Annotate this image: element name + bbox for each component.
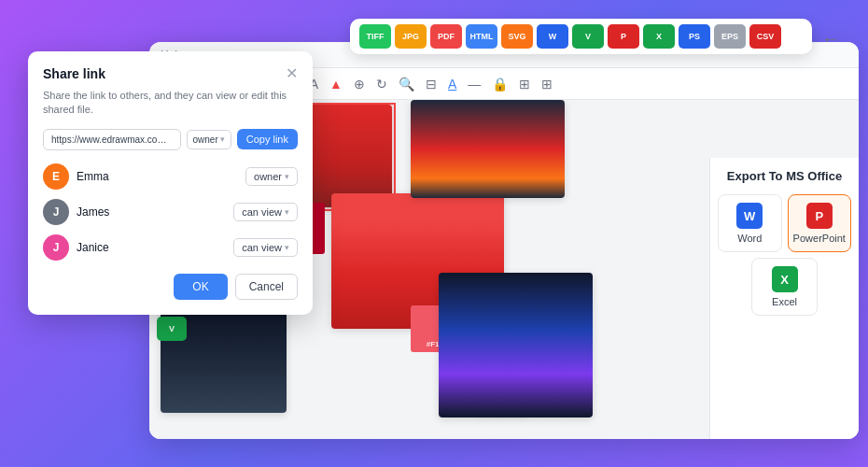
user-row-james: J James can view ▾: [43, 199, 298, 225]
format-ppt[interactable]: P: [608, 24, 639, 49]
link-input-field[interactable]: https://www.edrawmax.com/online/fil...: [43, 129, 181, 150]
export-ppt-label: PowerPoint: [793, 233, 846, 244]
format-svg[interactable]: SVG: [501, 24, 533, 49]
export-excel-icon: X: [772, 266, 798, 292]
photo-concert: [439, 273, 593, 417]
link-url-text: https://www.edrawmax.com/online/fil...: [51, 134, 173, 145]
format-pdf[interactable]: PDF: [430, 24, 462, 49]
user-name-janice: Janice: [77, 241, 233, 254]
link-tool-icon[interactable]: ⊕: [351, 75, 368, 93]
export-word-label: Word: [737, 233, 762, 244]
export-excel-item[interactable]: X Excel: [751, 258, 819, 316]
format-jpg[interactable]: JPG: [395, 24, 427, 49]
link-role-select[interactable]: owner ▾: [187, 130, 231, 149]
format-ps[interactable]: PS: [679, 24, 710, 49]
dialog-header: Share link ✕: [43, 66, 298, 81]
copy-link-button[interactable]: Copy link: [237, 129, 298, 149]
underline-tool-icon[interactable]: A: [445, 75, 459, 93]
ok-button[interactable]: OK: [174, 274, 227, 300]
format-eps[interactable]: EPS: [714, 24, 746, 49]
export-word-icon: W: [736, 203, 763, 229]
user-row-emma: E Emma owner ▾: [43, 163, 298, 190]
user-role-emma-text: owner: [254, 171, 282, 182]
export-powerpoint-item[interactable]: P PowerPoint: [788, 194, 852, 252]
user-name-james: James: [77, 205, 233, 219]
format-visio[interactable]: V: [572, 24, 604, 49]
format-tiff[interactable]: TIFF: [359, 24, 391, 49]
dialog-title: Share link: [43, 66, 105, 81]
user-row-janice: J Janice can view ▾: [43, 234, 298, 261]
link-role-chevron: ▾: [220, 134, 225, 144]
share-dialog: Share link ✕ Share the link to others, a…: [28, 51, 313, 315]
link-role-text: owner: [193, 134, 218, 145]
export-panel-title: Export To MS Office: [718, 169, 851, 183]
fill-tool-icon[interactable]: ▲: [327, 75, 345, 93]
format-html[interactable]: HTML: [466, 24, 497, 49]
crop-tool-icon[interactable]: ⊞: [516, 75, 533, 93]
user-role-james-chevron: ▾: [285, 207, 289, 217]
cancel-button[interactable]: Cancel: [235, 274, 298, 300]
grid-tool-icon[interactable]: ⊞: [539, 75, 555, 93]
user-role-janice[interactable]: can view ▾: [233, 238, 298, 257]
link-row: https://www.edrawmax.com/online/fil... o…: [43, 129, 298, 150]
format-word[interactable]: W: [537, 24, 568, 49]
image-tool-icon[interactable]: ⊟: [423, 75, 440, 93]
export-ppt-icon: P: [806, 203, 833, 229]
format-csv[interactable]: CSV: [749, 24, 781, 49]
user-role-james-text: can view: [242, 206, 282, 218]
curve-tool-icon[interactable]: ↻: [373, 75, 390, 93]
format-toolbar: TIFF JPG PDF HTML SVG W V P X PS EPS CSV: [350, 19, 812, 54]
dialog-actions: OK Cancel: [43, 274, 298, 300]
export-excel-label: Excel: [772, 296, 797, 307]
arrow-indicator: ←: [821, 28, 840, 50]
export-panel: Export To MS Office W Word P PowerPoint …: [709, 158, 859, 439]
user-name-emma: Emma: [77, 170, 245, 183]
export-word-item[interactable]: W Word: [718, 194, 782, 252]
user-role-janice-text: can view: [242, 242, 282, 253]
avatar-emma: E: [43, 163, 69, 190]
photo-sunset: [411, 100, 565, 198]
left-icon-visio[interactable]: V: [157, 317, 187, 341]
avatar-janice: J: [43, 234, 69, 261]
user-role-james[interactable]: can view ▾: [233, 203, 298, 221]
user-role-emma[interactable]: owner ▾: [245, 167, 298, 186]
avatar-james: J: [43, 199, 69, 225]
format-excel[interactable]: X: [643, 24, 675, 49]
dash-tool-icon[interactable]: —: [465, 75, 483, 93]
user-role-emma-chevron: ▾: [285, 172, 289, 181]
dialog-close-button[interactable]: ✕: [286, 66, 298, 81]
dialog-description: Share the link to others, and they can v…: [43, 89, 298, 118]
export-grid: W Word P PowerPoint X Excel: [718, 194, 851, 316]
user-role-janice-chevron: ▾: [285, 243, 289, 252]
lock-tool-icon[interactable]: 🔒: [489, 75, 511, 93]
search-tool-icon[interactable]: 🔍: [396, 75, 417, 93]
